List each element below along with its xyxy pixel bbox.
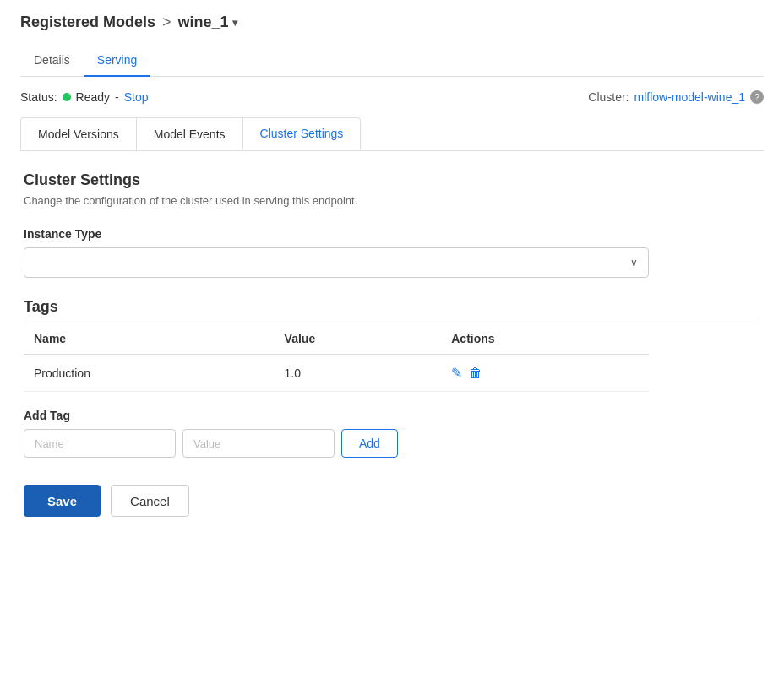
action-buttons: Save Cancel — [24, 485, 760, 517]
add-tag-button[interactable]: Add — [341, 429, 398, 458]
breadcrumb: Registered Models > wine_1 ▾ — [20, 14, 764, 31]
instance-type-dropdown[interactable]: ∨ — [24, 247, 649, 278]
add-tag-label: Add Tag — [24, 409, 760, 422]
status-right: Cluster: mlflow-model-wine_1 ? — [588, 90, 764, 104]
stop-link[interactable]: Stop — [124, 90, 149, 104]
edit-tag-icon[interactable]: ✎ — [451, 365, 462, 381]
status-bar: Status: Ready - Stop Cluster: mlflow-mod… — [20, 90, 764, 104]
cluster-name-link[interactable]: mlflow-model-wine_1 — [634, 90, 746, 104]
status-label: Status: — [20, 90, 57, 104]
section-description: Change the configuration of the cluster … — [24, 194, 760, 207]
tag-value-cell: 1.0 — [275, 355, 442, 392]
tab-cluster-settings[interactable]: Cluster Settings — [242, 117, 362, 150]
breadcrumb-separator: > — [162, 14, 172, 31]
tab-serving[interactable]: Serving — [84, 45, 150, 77]
status-separator: - — [115, 90, 119, 104]
action-icons: ✎ 🗑 — [451, 365, 639, 381]
content-area: Cluster Settings Change the configuratio… — [20, 171, 764, 517]
breadcrumb-dropdown-arrow[interactable]: ▾ — [232, 17, 237, 29]
status-indicator — [63, 93, 71, 101]
dropdown-chevron-icon: ∨ — [630, 257, 638, 269]
cluster-label: Cluster: — [588, 90, 629, 104]
add-tag-inputs: Add — [24, 429, 760, 458]
add-tag-name-input[interactable] — [24, 429, 176, 458]
sub-tabs: Model Versions Model Events Cluster Sett… — [20, 117, 764, 151]
breadcrumb-parent[interactable]: Registered Models — [20, 14, 155, 31]
tab-model-versions[interactable]: Model Versions — [20, 117, 137, 150]
add-tag-section: Add Tag Add — [24, 409, 760, 458]
save-button[interactable]: Save — [24, 485, 101, 517]
help-icon[interactable]: ? — [750, 90, 764, 104]
section-title: Cluster Settings — [24, 171, 760, 189]
tags-title: Tags — [24, 298, 760, 316]
tab-details[interactable]: Details — [20, 45, 84, 77]
instance-type-label: Instance Type — [24, 227, 760, 241]
col-actions-header: Actions — [441, 323, 649, 355]
col-name-header: Name — [24, 323, 275, 355]
delete-tag-icon[interactable]: 🗑 — [469, 366, 482, 381]
top-tabs: Details Serving — [20, 45, 764, 77]
tags-table: Name Value Actions Production 1.0 ✎ 🗑 — [24, 323, 649, 392]
cancel-button[interactable]: Cancel — [111, 485, 189, 517]
add-tag-value-input[interactable] — [182, 429, 335, 458]
breadcrumb-current-label: wine_1 — [178, 14, 229, 31]
tab-model-events[interactable]: Model Events — [136, 117, 243, 150]
status-state: Ready — [76, 90, 110, 104]
status-left: Status: Ready - Stop — [20, 90, 149, 104]
tag-actions-cell: ✎ 🗑 — [441, 355, 649, 392]
col-value-header: Value — [275, 323, 442, 355]
tag-name-cell: Production — [24, 355, 275, 392]
table-row: Production 1.0 ✎ 🗑 — [24, 355, 649, 392]
tags-section: Tags Name Value Actions Production 1.0 — [24, 298, 760, 392]
breadcrumb-current: wine_1 ▾ — [178, 14, 237, 31]
